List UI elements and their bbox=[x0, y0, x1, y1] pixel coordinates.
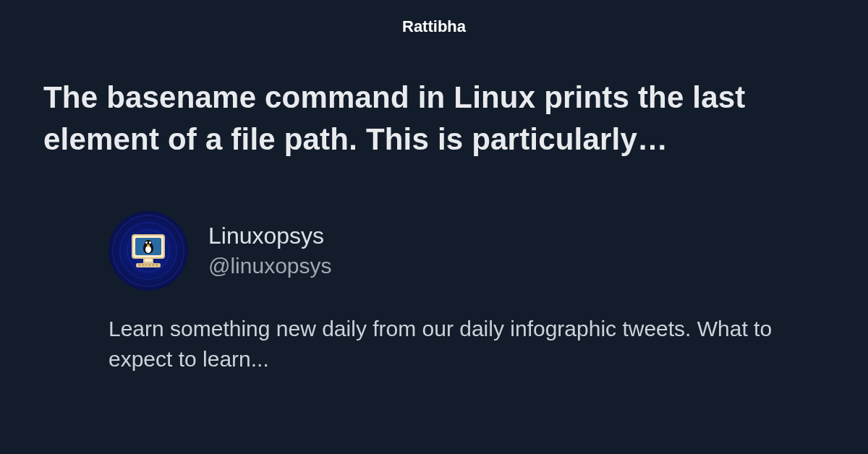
display-name: Linuxopsys bbox=[208, 223, 332, 249]
card-content: The basename command in Linux prints the… bbox=[0, 77, 868, 374]
profile-row: Linuxopsys @linuxopsys bbox=[109, 211, 825, 291]
post-heading: The basename command in Linux prints the… bbox=[43, 77, 825, 160]
profile-meta: Linuxopsys @linuxopsys bbox=[208, 223, 332, 278]
profile-bio: Learn something new daily from our daily… bbox=[109, 314, 825, 374]
profile-block: Linuxopsys @linuxopsys Learn something n… bbox=[43, 211, 825, 374]
avatar bbox=[109, 211, 188, 291]
handle: @linuxopsys bbox=[208, 254, 332, 278]
avatar-icon bbox=[129, 233, 168, 269]
site-title: Rattibha bbox=[0, 0, 868, 36]
